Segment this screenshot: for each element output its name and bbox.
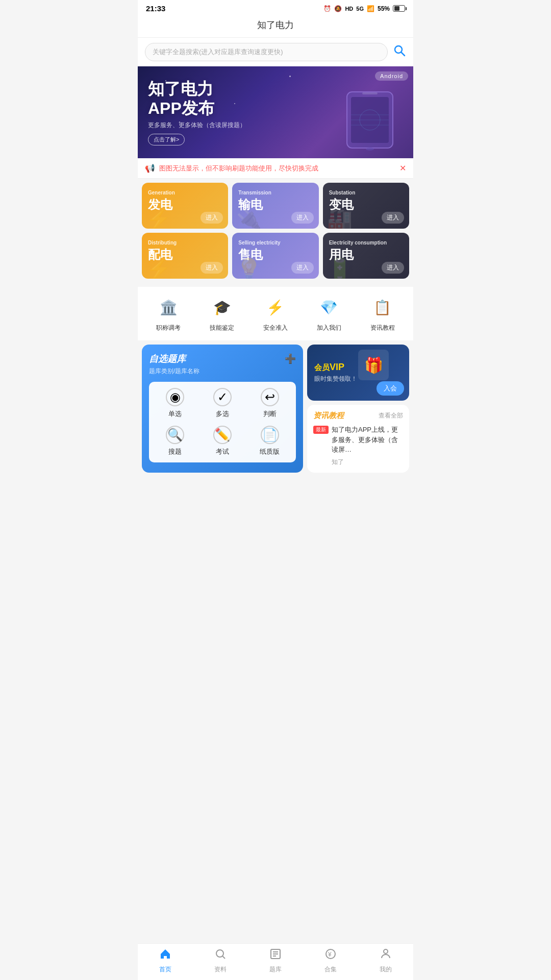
search-bar: 关键字全题搜索(进入对应题库查询速度更快)	[138, 38, 413, 66]
network-badge: 5G	[356, 6, 364, 12]
svg-rect-5	[362, 92, 378, 94]
quick-label-news: 资讯教程	[370, 324, 395, 332]
quick-label-join: 加入我们	[317, 324, 341, 332]
quick-item-news[interactable]: 📋 资讯教程	[370, 295, 395, 332]
cat-enter-btn-transmission[interactable]: 进入	[291, 212, 314, 224]
svg-line-1	[402, 53, 405, 56]
vip-join-btn[interactable]: 入会	[377, 381, 404, 396]
notice-text: 图图无法显示，但不影响刷题功能使用，尽快切换完成	[159, 164, 395, 173]
search-input-wrap[interactable]: 关键字全题搜索(进入对应题库查询速度更快)	[145, 43, 388, 61]
banner-android-tag: Android	[375, 71, 408, 81]
bank-item-multi[interactable]: ✓ 多选	[203, 388, 243, 419]
news-more-btn[interactable]: 查看全部	[379, 411, 403, 420]
news-header: 资讯教程 查看全部	[313, 411, 403, 421]
bank-item-judge[interactable]: ↩ 判断	[249, 388, 290, 419]
status-icons: ⏰ 🔕 HD 5G 📶 55%	[323, 5, 405, 12]
category-card-distributing[interactable]: Distributing 配电 ⚡ 进入	[142, 233, 228, 279]
vip-image: 🎁	[358, 350, 389, 380]
custom-bank-add-btn[interactable]: ➕	[285, 353, 296, 364]
notice-bar: 📢 图图无法显示，但不影响刷题功能使用，尽快切换完成 ✕	[138, 158, 413, 179]
banner-subtitle: 更多服务、更多体验（含读屏搜题）	[148, 121, 246, 130]
quick-icon-career: 🏛️	[156, 295, 181, 320]
custom-bank-title: 自选题库	[149, 353, 186, 365]
quick-item-join[interactable]: 💎 加入我们	[317, 295, 341, 332]
banner-device-image	[337, 87, 403, 153]
banner-title-line1: 知了电力	[148, 79, 246, 99]
news-text: 知了电力APP上线，更多服务、更多体验（含读屏…	[332, 425, 403, 455]
bank-label-judge: 判断	[263, 409, 277, 419]
banner-text: 知了电力 APP发布 更多服务、更多体验（含读屏搜题） 点击了解>	[148, 79, 246, 146]
quick-label-career: 职称调考	[156, 324, 181, 332]
hd-badge: HD	[345, 6, 353, 12]
cat-english-selling: Selling electricity	[238, 240, 312, 246]
cat-bg-icon-distributing: ⚡	[146, 257, 171, 279]
quick-item-career[interactable]: 🏛️ 职称调考	[156, 295, 181, 332]
cat-bg-icon-substation: 🏭	[327, 207, 353, 229]
bank-item-paper[interactable]: 📄 纸质版	[249, 426, 290, 456]
cat-enter-btn-selling[interactable]: 进入	[291, 262, 314, 274]
bank-inner: ◉ 单选 ✓ 多选 ↩ 判断 🔍 搜题 ✏️ 考试 📄 纸质版	[149, 382, 296, 462]
quick-item-skill[interactable]: 🎓 技能鉴定	[210, 295, 234, 332]
bank-item-exam[interactable]: ✏️ 考试	[203, 426, 243, 456]
category-card-transmission[interactable]: Transmission 输电 🔌 进入	[232, 183, 318, 229]
notice-speaker-icon: 📢	[145, 163, 155, 173]
bank-label-search: 搜题	[168, 447, 182, 456]
bank-icon-exam: ✏️	[213, 426, 232, 444]
vip-card: 会员VIP 眼时集赞领取！ 🎁 入会	[307, 345, 409, 401]
cat-enter-btn-substation[interactable]: 进入	[382, 212, 404, 224]
page-header: 知了电力	[138, 15, 413, 38]
bank-label-paper: 纸质版	[260, 447, 280, 456]
bank-icon-paper: 📄	[261, 426, 279, 444]
battery-text: 55%	[378, 5, 390, 12]
svg-point-4	[366, 148, 374, 151]
bank-item-single[interactable]: ◉ 单选	[155, 388, 195, 419]
search-button[interactable]	[393, 44, 406, 60]
page-title: 知了电力	[257, 20, 294, 30]
bank-icon-judge: ↩	[261, 388, 279, 406]
quick-item-safety[interactable]: ⚡ 安全准入	[263, 295, 288, 332]
notice-close-btn[interactable]: ✕	[399, 163, 406, 173]
bottom-content: 自选题库 ➕ 题库类别/题库名称 ◉ 单选 ✓ 多选 ↩ 判断 🔍 搜题 ✏️ …	[138, 340, 413, 477]
custom-bank-card: 自选题库 ➕ 题库类别/题库名称 ◉ 单选 ✓ 多选 ↩ 判断 🔍 搜题 ✏️ …	[142, 345, 303, 473]
cat-enter-btn-consumption[interactable]: 进入	[382, 262, 404, 274]
bank-icon-search: 🔍	[166, 426, 184, 444]
bank-label-single: 单选	[168, 409, 182, 419]
time-display: 21:33	[146, 4, 165, 13]
bank-icon-single: ◉	[166, 388, 184, 406]
right-column: 会员VIP 眼时集赞领取！ 🎁 入会 资讯教程 查看全部 最新 知了电力APP上…	[307, 345, 409, 473]
battery-icon	[393, 5, 405, 12]
news-item: 最新 知了电力APP上线，更多服务、更多体验（含读屏… 知了	[313, 425, 403, 467]
category-card-selling[interactable]: Selling electricity 售电 💡 进入	[232, 233, 318, 279]
content-area: 知了电力 APP发布 更多服务、更多体验（含读屏搜题） 点击了解> Androi…	[138, 66, 413, 518]
cat-enter-btn-generation[interactable]: 进入	[201, 212, 223, 224]
bank-item-search[interactable]: 🔍 搜题	[155, 426, 195, 456]
cat-enter-btn-distributing[interactable]: 进入	[201, 262, 223, 274]
quick-access-row: 🏛️ 职称调考 🎓 技能鉴定 ⚡ 安全准入 💎 加入我们 📋 资讯教程	[138, 287, 413, 340]
news-latest-tag: 最新	[313, 426, 329, 434]
banner-learn-btn[interactable]: 点击了解>	[148, 134, 185, 145]
quick-label-skill: 技能鉴定	[210, 324, 234, 332]
news-content: 知了电力APP上线，更多服务、更多体验（含读屏… 知了	[332, 425, 403, 467]
cat-english-generation: Generation	[148, 190, 222, 195]
custom-bank-sub: 题库类别/题库名称	[149, 367, 296, 376]
banner[interactable]: 知了电力 APP发布 更多服务、更多体验（含读屏搜题） 点击了解> Androi…	[138, 66, 413, 158]
status-bar: 21:33 ⏰ 🔕 HD 5G 📶 55%	[138, 0, 413, 15]
news-source: 知了	[332, 458, 403, 467]
category-card-consumption[interactable]: Electricity consumption 用电 🔋 进入	[323, 233, 409, 279]
bank-label-exam: 考试	[216, 447, 229, 456]
news-title: 资讯教程	[313, 411, 344, 421]
news-card: 资讯教程 查看全部 最新 知了电力APP上线，更多服务、更多体验（含读屏… 知了	[307, 405, 409, 473]
quick-label-safety: 安全准入	[263, 324, 288, 332]
cat-bg-icon-selling: 💡	[236, 257, 262, 279]
cat-english-consumption: Electricity consumption	[329, 240, 403, 246]
cat-bg-icon-consumption: 🔋	[327, 257, 353, 279]
mute-icon: 🔕	[334, 5, 342, 12]
quick-icon-news: 📋	[370, 295, 395, 320]
cat-english-substation: Substation	[329, 190, 403, 195]
category-card-substation[interactable]: Substation 变电 🏭 进入	[323, 183, 409, 229]
category-card-generation[interactable]: Generation 发电 ⚡ 进入	[142, 183, 228, 229]
alarm-icon: ⏰	[323, 5, 331, 12]
quick-icon-safety: ⚡	[263, 295, 288, 320]
bank-icon-multi: ✓	[213, 388, 232, 406]
custom-bank-title-row: 自选题库 ➕	[149, 353, 296, 365]
